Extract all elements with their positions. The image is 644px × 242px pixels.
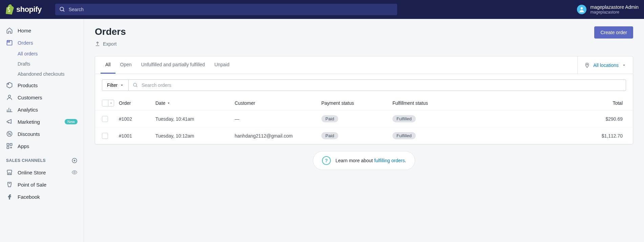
filter-row: Filter: [95, 74, 633, 96]
avatar: [577, 5, 586, 14]
topbar: shopify mageplazastore Admin mageplazast…: [0, 0, 644, 19]
export-icon: [95, 41, 100, 47]
svg-line-30: [136, 86, 137, 87]
sidebar-item-discounts[interactable]: Discounts: [0, 128, 84, 140]
user-name: mageplazastore Admin: [591, 4, 639, 10]
help-link[interactable]: fulfilling orders: [374, 158, 405, 163]
svg-point-12: [10, 135, 11, 135]
search-icon: [59, 6, 65, 13]
table-row[interactable]: #1002 Tuesday, 10:41am — Paid Fulfilled …: [95, 110, 633, 127]
export-button[interactable]: Export: [95, 40, 116, 48]
sidebar-sub-all-orders[interactable]: All orders: [18, 49, 84, 59]
sidebar-channel-online-store[interactable]: Online Store: [0, 166, 84, 178]
page-header: Orders Export Create order: [95, 26, 633, 48]
sidebar-channel-facebook[interactable]: Facebook: [0, 191, 84, 203]
svg-point-22: [74, 172, 76, 173]
add-channel-icon[interactable]: [71, 158, 78, 164]
svg-point-26: [587, 64, 588, 65]
user-info: mageplazastore Admin mageplazastore: [591, 4, 639, 15]
table-header: Order Date Customer Payment status Fulfi…: [95, 96, 633, 110]
payment-badge: Paid: [321, 115, 338, 122]
svg-line-1: [63, 10, 64, 11]
cell-total: $290.69: [470, 116, 626, 122]
row-checkbox[interactable]: [102, 133, 108, 139]
tab-all[interactable]: All: [101, 56, 115, 74]
sidebar-item-label: Products: [18, 82, 38, 88]
fulfillment-badge: Fulfilled: [392, 132, 416, 139]
search-orders-input[interactable]: [142, 82, 622, 88]
location-pin-icon: [584, 63, 590, 68]
sidebar-sub-abandoned[interactable]: Abandoned checkouts: [18, 69, 84, 79]
home-icon: [6, 27, 13, 34]
locations-dropdown[interactable]: All locations: [577, 56, 633, 74]
sidebar-item-analytics[interactable]: Analytics: [0, 103, 84, 116]
global-search[interactable]: [55, 4, 397, 15]
online-store-icon: [6, 169, 13, 176]
sidebar-sub-drafts[interactable]: Drafts: [18, 59, 84, 69]
tab-unfulfilled[interactable]: Unfulfilled and partially fulfilled: [136, 56, 210, 74]
view-icon[interactable]: [71, 169, 78, 175]
col-date[interactable]: Date: [155, 100, 235, 106]
caret-down-icon[interactable]: [108, 100, 114, 106]
col-fulfillment[interactable]: Fulfillment status: [392, 100, 470, 106]
table-row[interactable]: #1001 Tuesday, 10:12am hanhdang2112@gmai…: [95, 127, 633, 144]
svg-point-11: [8, 133, 9, 134]
orders-table: Order Date Customer Payment status Fulfi…: [95, 96, 633, 144]
sidebar-item-marketing[interactable]: Marketing New: [0, 116, 84, 128]
tab-open[interactable]: Open: [115, 56, 136, 74]
search-orders[interactable]: [129, 79, 626, 91]
sidebar-item-label: Apps: [18, 143, 29, 149]
main-content: Orders Export Create order All Open Unfu…: [84, 19, 644, 242]
facebook-icon: [6, 193, 13, 200]
brand-logo: shopify: [5, 4, 42, 15]
help-icon: ?: [322, 156, 331, 165]
cell-total: $1,112.70: [470, 133, 626, 139]
sales-channels-heading: SALES CHANNELS: [0, 152, 84, 166]
sidebar-item-label: Home: [18, 28, 31, 33]
analytics-icon: [6, 106, 13, 113]
create-order-button[interactable]: Create order: [594, 26, 633, 39]
topbar-user[interactable]: mageplazastore Admin mageplazastore: [565, 4, 639, 15]
payment-badge: Paid: [321, 132, 338, 139]
sidebar-item-label: Online Store: [18, 170, 46, 175]
products-icon: [6, 82, 13, 89]
cell-customer: hanhdang2112@gmail.com: [235, 133, 321, 139]
svg-rect-15: [10, 144, 12, 146]
sidebar-orders-sub: All orders Drafts Abandoned checkouts: [0, 49, 84, 79]
search-input[interactable]: [69, 7, 393, 12]
help-pill: ? Learn more about fulfilling orders.: [313, 151, 415, 170]
sidebar-item-customers[interactable]: Customers: [0, 91, 84, 103]
row-checkbox[interactable]: [102, 116, 108, 122]
col-payment[interactable]: Payment status: [321, 100, 392, 106]
sidebar-channel-pos[interactable]: Point of Sale: [0, 178, 84, 191]
discounts-icon: [6, 130, 13, 137]
fulfillment-badge: Fulfilled: [392, 115, 416, 122]
sidebar-item-label: Marketing: [18, 119, 40, 125]
col-order[interactable]: Order: [119, 100, 155, 106]
svg-point-2: [580, 7, 583, 9]
sidebar-item-label: Orders: [18, 40, 33, 46]
sidebar-item-apps[interactable]: Apps: [0, 140, 84, 152]
sidebar-item-home[interactable]: Home: [0, 24, 84, 37]
tab-unpaid[interactable]: Unpaid: [210, 56, 234, 74]
col-customer[interactable]: Customer: [235, 100, 321, 106]
cell-order: #1001: [119, 133, 155, 139]
caret-down-icon: [120, 83, 124, 87]
shopify-bag-icon: [5, 4, 14, 15]
sidebar-item-products[interactable]: Products: [0, 79, 84, 91]
svg-point-4: [8, 83, 9, 84]
help-text: Learn more about fulfilling orders.: [336, 158, 406, 163]
marketing-icon: [6, 118, 13, 125]
col-total[interactable]: Total: [470, 100, 626, 106]
sidebar-item-orders[interactable]: Orders: [0, 37, 84, 49]
sidebar-item-label: Analytics: [18, 107, 38, 113]
user-store: mageplazastore: [591, 10, 639, 15]
tabs-row: All Open Unfulfilled and partially fulfi…: [95, 56, 633, 74]
svg-rect-16: [7, 147, 9, 149]
filter-button[interactable]: Filter: [102, 79, 129, 91]
sort-desc-icon: [167, 101, 170, 105]
select-all-checkbox[interactable]: [102, 100, 114, 106]
new-badge: New: [65, 119, 78, 124]
sidebar-item-label: Point of Sale: [18, 182, 46, 188]
svg-point-0: [60, 7, 64, 11]
